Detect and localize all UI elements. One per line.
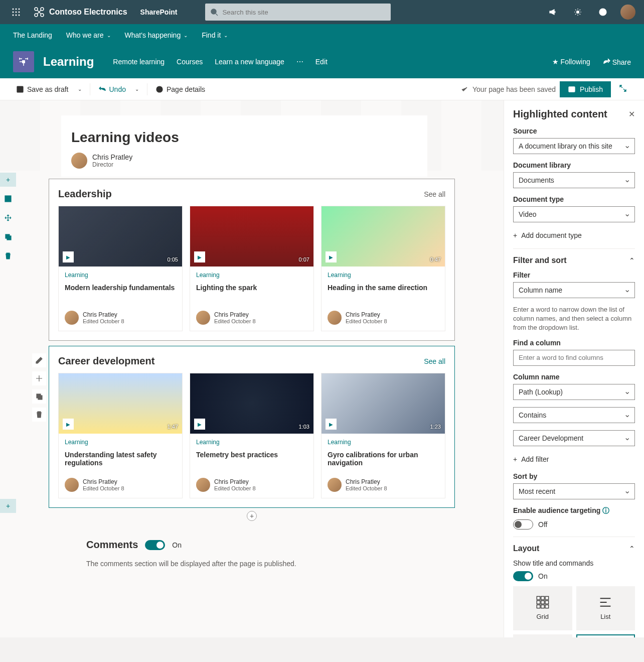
video-thumbnail[interactable]: ▶ 1:03 [190, 373, 313, 434]
card-category[interactable]: Learning [65, 439, 176, 446]
add-doctype-button[interactable]: +Add document type [513, 229, 635, 241]
card-author-avatar[interactable] [328, 478, 342, 492]
video-thumbnail[interactable]: ▶ 1:47 [59, 373, 182, 434]
audience-toggle[interactable] [513, 519, 533, 529]
search-input[interactable] [218, 9, 386, 16]
hub-nav: The Landing Who we are ⌄ What's happenin… [0, 24, 644, 46]
help-icon[interactable] [591, 0, 615, 24]
nav-more-icon[interactable]: ⋯ [296, 58, 303, 66]
card-author-avatar[interactable] [196, 311, 210, 325]
see-all-link[interactable]: See all [424, 190, 445, 198]
comments-toggle[interactable] [145, 540, 165, 550]
move-section-icon[interactable] [0, 211, 16, 225]
add-filter-button[interactable]: +Add filter [513, 453, 635, 465]
video-card[interactable]: ▶ 0:47 Learning Heading in the same dire… [321, 206, 445, 331]
card-author-avatar[interactable] [196, 478, 210, 492]
publish-button[interactable]: Publish [560, 81, 611, 97]
card-category[interactable]: Learning [196, 272, 307, 279]
site-title[interactable]: Learning [43, 55, 94, 69]
move-webpart-icon[interactable] [32, 371, 46, 385]
search-box[interactable] [205, 4, 391, 21]
card-category[interactable]: Learning [196, 439, 307, 446]
card-category[interactable]: Learning [328, 272, 439, 279]
user-avatar[interactable] [616, 0, 640, 24]
card-author-avatar[interactable] [328, 311, 342, 325]
video-card[interactable]: ▶ 1:47 Learning Understanding latest saf… [58, 373, 183, 498]
duplicate-section-icon[interactable] [0, 230, 16, 244]
source-select[interactable]: A document library on this site [513, 138, 635, 154]
card-edited: Edited October 8 [346, 485, 387, 491]
doctype-label: Document type [513, 195, 635, 203]
card-title: Telemetry best practices [196, 451, 307, 469]
column-name-select[interactable]: Path (Lookup) [513, 384, 635, 400]
video-thumbnail[interactable]: ▶ 0:05 [59, 206, 182, 267]
gear-icon[interactable] [566, 0, 590, 24]
card-category[interactable]: Learning [328, 439, 439, 446]
layout-list-option[interactable]: List [576, 586, 635, 630]
save-chevron[interactable]: ⌄ [75, 86, 85, 92]
nav-edit[interactable]: Edit [315, 58, 328, 66]
card-author-avatar[interactable] [65, 478, 79, 492]
expand-icon[interactable] [615, 84, 631, 94]
nav-language[interactable]: Learn a new language [215, 58, 284, 66]
page-title[interactable]: Learning videos [71, 129, 417, 146]
share-button[interactable]: Share [602, 58, 631, 66]
add-section-button[interactable]: + [0, 173, 16, 187]
megaphone-icon[interactable] [541, 0, 565, 24]
card-category[interactable]: Learning [65, 272, 176, 279]
filter-select[interactable]: Column name [513, 282, 635, 298]
add-webpart-button[interactable]: + [247, 511, 257, 521]
close-icon[interactable]: ✕ [628, 109, 635, 119]
nav-remote-learning[interactable]: Remote learning [113, 58, 165, 66]
info-icon[interactable]: ⓘ [602, 506, 609, 514]
hub-item-find[interactable]: Find it ⌄ [202, 31, 228, 39]
layout-carousel-option[interactable]: Carousel [513, 634, 572, 637]
video-thumbnail[interactable]: ▶ 1:23 [321, 373, 445, 434]
delete-section-icon[interactable] [0, 249, 16, 263]
duplicate-webpart-icon[interactable] [32, 389, 46, 404]
layout-grid-option[interactable]: Grid [513, 586, 572, 630]
video-card[interactable]: ▶ 1:23 Learning Gyro calibrations for ur… [321, 373, 445, 498]
save-draft-button[interactable]: Save as draft [13, 85, 72, 93]
org-brand[interactable]: Contoso Electronics [28, 6, 132, 18]
sort-label: Sort by [513, 472, 635, 480]
nav-courses[interactable]: Courses [177, 58, 203, 66]
hub-item-who[interactable]: Who we are ⌄ [66, 31, 111, 39]
undo-chevron[interactable]: ⌄ [132, 86, 142, 92]
author-avatar[interactable] [71, 153, 87, 169]
edit-webpart-icon[interactable] [32, 353, 46, 367]
video-card[interactable]: ▶ 0:05 Learning Modern leadership fundam… [58, 206, 183, 331]
svg-point-3 [13, 12, 14, 13]
layout-header[interactable]: Layout ⌃ [513, 544, 635, 553]
video-thumbnail[interactable]: ▶ 0:07 [190, 206, 313, 267]
filter-sort-header[interactable]: Filter and sort ⌃ [513, 256, 635, 265]
show-title-toggle[interactable] [513, 571, 533, 581]
section-career-dev[interactable]: Career development See all ▶ 1:47 Learni… [49, 346, 455, 508]
library-select[interactable]: Documents [513, 172, 635, 188]
see-all-link[interactable]: See all [424, 357, 445, 365]
page-details-button[interactable]: Page details [152, 85, 208, 93]
card-author-avatar[interactable] [65, 311, 79, 325]
doctype-select[interactable]: Video [513, 206, 635, 222]
find-column-input[interactable] [513, 350, 635, 366]
video-thumbnail[interactable]: ▶ 0:47 [321, 206, 445, 267]
filter-value-select[interactable]: Career Development [513, 430, 635, 446]
undo-button[interactable]: Undo [95, 85, 129, 93]
edit-section-icon[interactable] [0, 192, 16, 206]
video-duration: 1:03 [299, 424, 309, 430]
video-card[interactable]: ▶ 1:03 Learning Telemetry best practices… [190, 373, 314, 498]
sort-select[interactable]: Most recent [513, 483, 635, 499]
site-logo[interactable] [13, 51, 34, 72]
card-author: Chris Pratley [83, 311, 124, 318]
hub-item-landing[interactable]: The Landing [13, 31, 52, 39]
layout-filmstrip-option[interactable]: Filmstrip [576, 634, 635, 637]
add-section-button[interactable]: + [0, 499, 16, 513]
section-leadership[interactable]: Leadership See all ▶ 0:05 Learning Moder… [49, 179, 455, 341]
video-card[interactable]: ▶ 0:07 Learning Lighting the spark Chris… [190, 206, 314, 331]
following-button[interactable]: ★ Following [552, 58, 590, 66]
delete-webpart-icon[interactable] [32, 408, 46, 422]
app-launcher-icon[interactable] [4, 0, 28, 24]
hub-item-happening[interactable]: What's happening ⌄ [125, 31, 188, 39]
app-name[interactable]: SharePoint [132, 8, 186, 16]
operator-select[interactable]: Contains [513, 407, 635, 423]
